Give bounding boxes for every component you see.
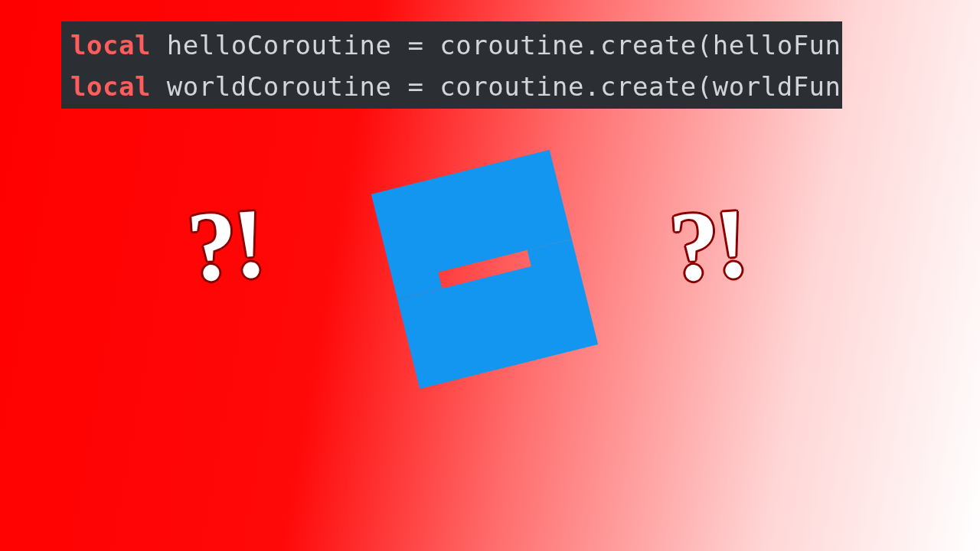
logo-bottom-piece [397, 256, 598, 389]
code-text-2: worldCoroutine = coroutine.create(worldF… [151, 71, 842, 102]
interrobang-left: ?! [184, 185, 266, 305]
keyword-local: local [70, 30, 151, 60]
keyword-local: local [70, 71, 151, 102]
code-snippet: local helloCoroutine = coroutine.create(… [61, 21, 842, 109]
code-line-1: local helloCoroutine = coroutine.create(… [70, 24, 833, 66]
thumbnail-canvas: local helloCoroutine = coroutine.create(… [0, 0, 980, 551]
code-text-1: helloCoroutine = coroutine.create(helloF… [151, 30, 842, 60]
interrobang-right: ?! [666, 185, 748, 305]
code-line-2: local worldCoroutine = coroutine.create(… [70, 66, 833, 107]
